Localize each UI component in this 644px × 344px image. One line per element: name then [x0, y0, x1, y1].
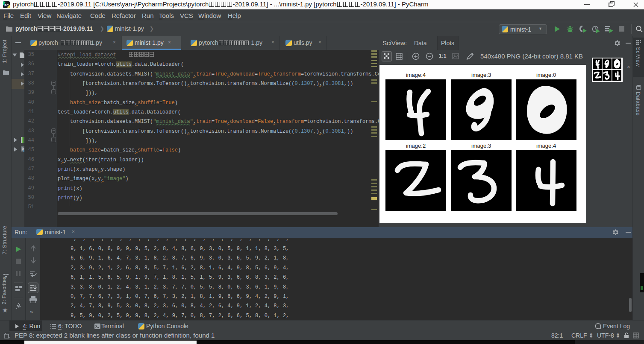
svg-text:PC: PC [4, 3, 9, 7]
